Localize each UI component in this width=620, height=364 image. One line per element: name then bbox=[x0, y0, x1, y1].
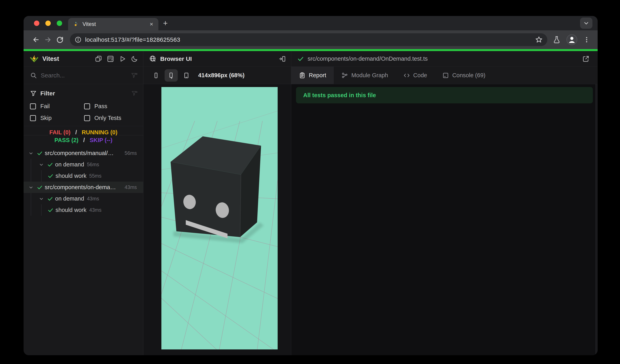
profile-avatar[interactable] bbox=[566, 34, 577, 45]
test-duration: 43ms bbox=[89, 207, 101, 213]
bookmark-star-icon[interactable] bbox=[535, 36, 543, 44]
banner-text: All tests passed in this file bbox=[303, 92, 376, 99]
device-phone-plus-button[interactable] bbox=[165, 69, 178, 82]
checkbox-icon bbox=[30, 103, 36, 109]
test-label: should work bbox=[56, 173, 87, 179]
dock-panel-right-icon[interactable] bbox=[279, 55, 286, 62]
device-tablet-button[interactable] bbox=[180, 69, 193, 82]
clear-filter-icon[interactable] bbox=[131, 90, 138, 97]
run-all-play-icon[interactable] bbox=[119, 55, 126, 62]
sidebar-content: Filter Fail Pass bbox=[24, 84, 143, 355]
pass-check-icon bbox=[297, 56, 304, 62]
back-button[interactable] bbox=[31, 34, 41, 45]
reload-button[interactable] bbox=[55, 34, 65, 45]
tree-row-file-on-demand[interactable]: src/components/on-dema… 43ms bbox=[24, 182, 143, 193]
pass-check-icon bbox=[47, 173, 54, 179]
status-line-1: FAIL (0) / RUNNING (0) bbox=[24, 129, 143, 136]
checkbox-icon bbox=[84, 115, 90, 121]
tab-report[interactable]: Report bbox=[291, 67, 334, 84]
tab-module-graph-label: Module Graph bbox=[351, 72, 388, 79]
filter-section: Filter Fail Pass bbox=[24, 84, 143, 126]
separator: / bbox=[74, 129, 78, 136]
forward-button[interactable] bbox=[43, 34, 53, 45]
chevron-down-icon bbox=[583, 20, 589, 26]
close-window-button[interactable] bbox=[34, 21, 39, 26]
experiments-flask-icon[interactable] bbox=[553, 36, 561, 44]
test-duration: 56ms bbox=[87, 162, 99, 167]
test-file-path[interactable]: src/components/on-demand/OnDemand.test.t… bbox=[308, 56, 578, 62]
minimize-window-button[interactable] bbox=[45, 21, 51, 26]
screenshot-stage: Vitest × + bbox=[0, 0, 620, 364]
dark-mode-moon-icon[interactable] bbox=[131, 55, 138, 62]
window-controls bbox=[24, 16, 68, 30]
sidebar-header: Vitest bbox=[24, 51, 143, 67]
module-graph-icon bbox=[341, 72, 348, 79]
filter-checkbox-pass[interactable]: Pass bbox=[84, 103, 138, 110]
indent-guide bbox=[41, 204, 42, 216]
filter-checkbox-skip[interactable]: Skip bbox=[30, 115, 84, 121]
chevron-down-icon[interactable] bbox=[38, 196, 44, 202]
sidebar-header-actions bbox=[95, 55, 138, 62]
tab-title: Vitest bbox=[82, 21, 146, 27]
filter-label: Skip bbox=[40, 115, 51, 121]
url-text[interactable]: localhost:5173/#/?file=1828625563 bbox=[85, 36, 532, 43]
menu-kebab-icon[interactable] bbox=[583, 36, 590, 44]
tab-report-label: Report bbox=[309, 72, 326, 79]
tab-code[interactable]: Code bbox=[396, 67, 435, 84]
skip-count: SKIP (--) bbox=[89, 137, 114, 144]
device-toolbar: 414x896px (68%) bbox=[143, 67, 291, 84]
indent-guide bbox=[31, 159, 31, 182]
test-duration: 56ms bbox=[125, 150, 137, 156]
collapse-panels-icon[interactable] bbox=[95, 55, 102, 62]
tree-row-suite[interactable]: on demand 56ms bbox=[24, 159, 143, 170]
tree-row-file-manual[interactable]: src/components/manual/… 56ms bbox=[24, 147, 143, 159]
pass-check-icon bbox=[37, 184, 43, 190]
vitest-ui: Vitest bbox=[24, 51, 598, 355]
search-input[interactable] bbox=[41, 72, 127, 79]
maximize-window-button[interactable] bbox=[57, 21, 62, 26]
pass-count: PASS (2) bbox=[53, 137, 79, 144]
tab-module-graph[interactable]: Module Graph bbox=[334, 67, 396, 84]
filter-checkbox-fail[interactable]: Fail bbox=[30, 103, 84, 110]
dashboard-icon[interactable] bbox=[107, 55, 114, 62]
pass-check-icon bbox=[47, 162, 53, 168]
test-label: on demand bbox=[55, 161, 84, 168]
checkbox-icon bbox=[30, 115, 36, 121]
filter-checkbox-only-tests[interactable]: Only Tests bbox=[84, 115, 138, 121]
checkbox-icon bbox=[84, 103, 90, 109]
pass-check-icon bbox=[47, 196, 53, 202]
site-info-icon[interactable] bbox=[74, 36, 82, 44]
test-status-summary: FAIL (0) / RUNNING (0) PASS (2) / SKIP (… bbox=[24, 126, 143, 146]
pass-check-icon bbox=[47, 207, 54, 213]
sidebar-search-row bbox=[24, 67, 143, 84]
tab-strip: Vitest × + bbox=[24, 16, 598, 30]
browser-tab[interactable]: Vitest × bbox=[68, 18, 158, 30]
test-duration: 43ms bbox=[87, 196, 99, 202]
browser-panel-header: Browser UI bbox=[143, 51, 291, 67]
tab-search-button[interactable] bbox=[580, 17, 592, 29]
new-tab-button[interactable]: + bbox=[158, 16, 172, 30]
tab-console[interactable]: Console (69) bbox=[435, 67, 493, 84]
test-label: src/components/on-dema… bbox=[45, 184, 116, 190]
vitest-favicon-icon bbox=[73, 21, 79, 27]
chevron-down-icon[interactable] bbox=[38, 162, 44, 168]
viewport-dimensions[interactable]: 414x896px (68%) bbox=[198, 72, 245, 79]
chevron-down-icon[interactable] bbox=[28, 184, 34, 190]
browser-window: Vitest × + bbox=[24, 16, 598, 355]
tab-code-label: Code bbox=[413, 72, 427, 79]
tree-row-suite[interactable]: on demand 43ms bbox=[24, 193, 143, 204]
scrollbar-track[interactable] bbox=[595, 84, 598, 355]
clear-filter-icon[interactable] bbox=[131, 72, 138, 79]
address-bar[interactable]: localhost:5173/#/?file=1828625563 bbox=[70, 33, 547, 46]
browser-viewport-3d-scene[interactable] bbox=[161, 87, 278, 349]
all-tests-passed-banner: All tests passed in this file bbox=[296, 87, 593, 103]
tab-close-icon[interactable]: × bbox=[150, 21, 153, 27]
toolbar-right-icons bbox=[553, 34, 592, 45]
fail-count: FAIL (0) bbox=[48, 129, 72, 136]
report-content: All tests passed in this file bbox=[291, 84, 598, 355]
open-external-icon[interactable] bbox=[582, 55, 590, 63]
separator: / bbox=[82, 137, 86, 144]
device-phone-small-button[interactable] bbox=[149, 69, 163, 82]
filter-label: Only Tests bbox=[94, 115, 122, 121]
chevron-down-icon[interactable] bbox=[28, 150, 34, 156]
